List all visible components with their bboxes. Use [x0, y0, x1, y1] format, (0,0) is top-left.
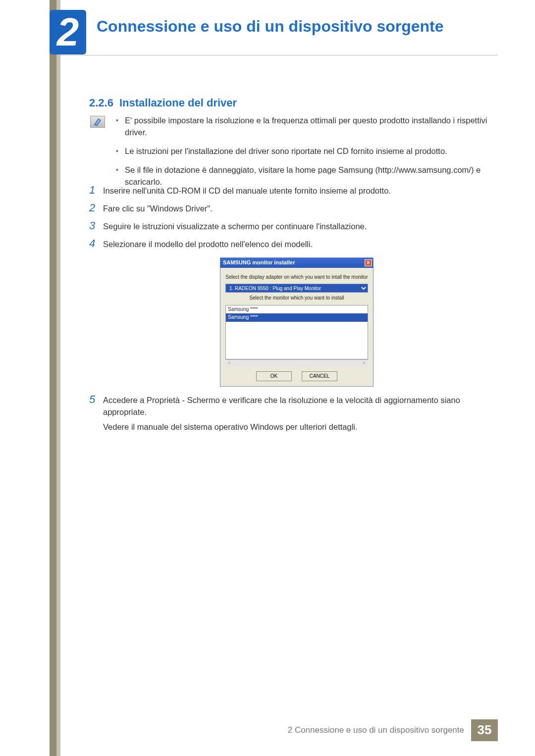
header-underline	[60, 55, 498, 55]
section-heading: 2.2.6Installazione del driver	[89, 95, 237, 111]
section-number: 2.2.6	[89, 97, 113, 109]
installer-title: SAMSUNG monitor installer	[223, 259, 295, 267]
note-item: Le istruzioni per l'installazione del dr…	[115, 146, 490, 157]
step-3: 3 Seguire le istruzioni visualizzate a s…	[89, 220, 490, 233]
scroll-right-icon[interactable]: ›	[361, 359, 368, 367]
side-accent-bar-light	[56, 0, 60, 756]
note-icon	[90, 116, 105, 128]
step-1: 1 Inserire nell'unità CD-ROM il CD del m…	[89, 184, 490, 197]
step-text: Fare clic su "Windows Driver".	[103, 202, 490, 215]
horizontal-scrollbar[interactable]: ‹ ›	[225, 359, 368, 366]
installer-window: SAMSUNG monitor installer × Select the d…	[220, 257, 374, 387]
installer-screenshot: SAMSUNG monitor installer × Select the d…	[103, 257, 490, 387]
adapter-select[interactable]: 1. RADEON 9550 : Plug and Play Monitor	[225, 284, 368, 293]
step-5: 5 Accedere a Proprietà - Schermo e verif…	[89, 394, 490, 433]
ok-button[interactable]: OK	[256, 371, 292, 381]
page-footer: 2 Connessione e uso di un dispositivo so…	[60, 719, 498, 741]
step-5-extra: Vedere il manuale del sistema operativo …	[103, 421, 490, 433]
step-text: Seguire le istruzioni visualizzate a sch…	[103, 220, 490, 233]
installer-label-monitor: Select the monitor which you want to ins…	[225, 295, 368, 302]
footer-text: 2 Connessione e uso di un dispositivo so…	[288, 719, 471, 741]
step-4: 4 Selezionare il modello del prodotto ne…	[89, 238, 490, 251]
step-number: 5	[89, 394, 103, 433]
step-number: 2	[89, 202, 103, 215]
step-number: 1	[89, 184, 103, 197]
list-item[interactable]: Samsung ****	[226, 313, 368, 322]
note-item: E' possibile impostare la risoluzione e …	[115, 115, 490, 139]
installer-titlebar: SAMSUNG monitor installer ×	[220, 258, 373, 268]
step-text: Selezionare il modello del prodotto nell…	[103, 238, 490, 251]
cancel-button[interactable]: CANCEL	[302, 371, 337, 381]
steps-list: 1 Inserire nell'unità CD-ROM il CD del m…	[89, 184, 490, 438]
side-accent-bar	[50, 0, 56, 756]
step-2: 2 Fare clic su "Windows Driver".	[89, 202, 490, 215]
step-number: 3	[89, 220, 103, 233]
scroll-left-icon[interactable]: ‹	[226, 359, 233, 367]
chapter-badge: 2	[50, 10, 86, 54]
section-title: Installazione del driver	[119, 97, 237, 109]
note-block: E' possibile impostare la risoluzione e …	[115, 115, 490, 195]
list-item[interactable]: Samsung ****	[226, 305, 368, 314]
step-number: 4	[89, 238, 103, 251]
close-icon[interactable]: ×	[365, 259, 372, 266]
monitor-listbox[interactable]: Samsung **** Samsung ****	[225, 305, 368, 359]
page-number: 35	[471, 719, 498, 741]
installer-label-adapter: Select the display adapter on which you …	[225, 274, 368, 281]
step-text: Accedere a Proprietà - Schermo e verific…	[103, 394, 490, 433]
step-text: Inserire nell'unità CD-ROM il CD del man…	[103, 184, 490, 197]
chapter-title: Connessione e uso di un dispositivo sorg…	[97, 15, 444, 38]
